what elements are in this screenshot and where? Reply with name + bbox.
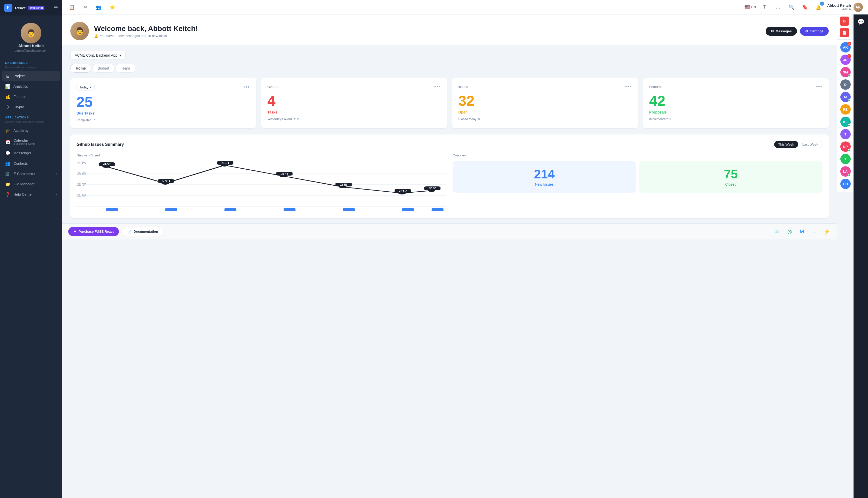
sidebar-item-label: Project (13, 74, 57, 78)
this-week-button[interactable]: This Week (774, 141, 798, 148)
applications-label: APPLICATIONS (0, 112, 62, 120)
tab-home[interactable]: Home (70, 64, 91, 73)
online-indicator (848, 174, 851, 176)
academy-icon: 🎓 (5, 128, 10, 133)
sidebar-user-section: 👨 Abbott Keitch admin@fusetheme.com (0, 15, 62, 58)
sidebar-item-label: Analytics (13, 84, 57, 89)
sidebar-item-messenger[interactable]: 💬 Messenger (0, 148, 62, 158)
sidebar-item-ecommerce[interactable]: 🛒 E-Commerce › (0, 169, 62, 179)
sidebar-item-helpcenter[interactable]: ❓ Help Center › (0, 189, 62, 200)
sidebar-item-label: Calendar (13, 138, 28, 143)
svg-text:45: 45 (77, 161, 86, 165)
brand-name: React (15, 6, 26, 10)
hamburger-icon[interactable]: ☰ (54, 5, 58, 11)
tab-budget[interactable]: Budget (92, 64, 115, 73)
sidebar-item-contacts[interactable]: 👥 Contacts (0, 158, 62, 169)
sidebar-item-label: Crypto (13, 105, 57, 109)
avatar-7[interactable]: KL (840, 117, 851, 127)
settings-icon[interactable]: ⚙ (840, 16, 849, 26)
welcome-avatar: 👨 (70, 22, 89, 40)
avatar-5[interactable]: M (840, 92, 851, 102)
svg-text:28: 28 (162, 180, 170, 183)
bookmark-icon[interactable]: 🔖 (800, 3, 810, 12)
font-size-icon[interactable]: T (760, 3, 769, 12)
bottom-tech-icons: ⚛ ◎ M ≈ ⚡ (773, 227, 831, 236)
avatar-1[interactable]: AK 2 (840, 42, 851, 52)
tab-team[interactable]: Team (116, 64, 135, 73)
settings-button[interactable]: ⚙ Settings (800, 27, 829, 36)
overview-cards: 214 New Issues 75 Closed (453, 161, 823, 193)
sidebar-item-filemanager[interactable]: 📁 File Manager (0, 179, 62, 189)
applications-sublabel: Custom made application designs (0, 120, 62, 126)
new-issues-label: New Issues (535, 182, 554, 186)
tabs-row: Home Budget Team (70, 64, 829, 73)
messages-button[interactable]: ✉ Messages (766, 27, 797, 36)
sidebar-item-academy[interactable]: 🎓 Academy (0, 126, 62, 136)
notification-badge: 1 (847, 54, 851, 58)
typescript-tag: TypeScript (28, 6, 44, 10)
sidebar-item-calendar[interactable]: 📅 Calendar 3 upcoming events (0, 136, 62, 148)
issues-label: Issues (458, 85, 468, 89)
sidebar-item-project[interactable]: ⊞ Project (2, 71, 60, 81)
user-menu[interactable]: Abbott Keitch Admin AK (827, 3, 863, 12)
avatar-11[interactable]: LA (840, 166, 851, 176)
purchase-button[interactable]: ⚛ Purchase FUSE React (68, 227, 119, 236)
avatar-2[interactable]: JD 1 (840, 55, 851, 65)
sidebar-item-finance[interactable]: 💰 Finance (0, 92, 62, 102)
nav-team-icon[interactable]: 👥 (94, 3, 103, 12)
chevron-right-icon: › (56, 193, 57, 196)
envelope-icon: ✉ (771, 29, 774, 33)
sidebar-item-crypto[interactable]: ₿ Crypto (0, 102, 62, 112)
calendar-icon: 📅 (5, 139, 10, 145)
avatar-3[interactable]: SM (840, 67, 851, 77)
card-menu-icon[interactable]: ••• (243, 84, 250, 90)
sidebar-item-analytics[interactable]: 📊 Analytics (0, 81, 62, 92)
svg-text:36: 36 (77, 172, 86, 175)
nav-mail-icon[interactable]: ✉ (81, 3, 90, 12)
project-selector[interactable]: ACME Corp. Backend App ▾ (70, 51, 125, 60)
search-icon[interactable]: 🔍 (787, 3, 796, 12)
avatar-9[interactable]: NP (840, 142, 851, 152)
mui-icon: M (798, 227, 806, 236)
sidebar-item-label: E-Commerce (13, 172, 53, 176)
features-footer: Implemented: 8 (649, 117, 823, 121)
card-menu-icon[interactable]: ••• (625, 84, 632, 90)
right-sidebar-avatars: AK 2 JD 1 SM D M (837, 40, 854, 192)
svg-rect-36 (432, 208, 443, 211)
ecommerce-icon: 🛒 (5, 171, 10, 176)
svg-rect-35 (402, 208, 414, 211)
chat-icon[interactable]: 💬 (857, 18, 864, 25)
sidebar-item-label: Help Center (13, 192, 53, 197)
online-indicator (848, 75, 851, 77)
topnav-user-role: Admin (827, 8, 851, 11)
avatar-12[interactable]: GH (840, 179, 851, 189)
fullscreen-icon[interactable]: ⛶ (773, 3, 783, 12)
gear-icon: ⚙ (805, 29, 808, 33)
right-panel: ⚙ 📄 AK 2 JD 1 SM (837, 14, 854, 498)
docs-button[interactable]: 📄 Documentation (122, 227, 164, 236)
overdue-sublabel: Tasks (268, 110, 441, 114)
card-menu-icon[interactable]: ••• (434, 84, 441, 90)
card-menu-icon[interactable]: ••• (816, 84, 823, 90)
openai-icon: ◎ (785, 227, 793, 236)
svg-text:27: 27 (77, 183, 86, 186)
file-icon[interactable]: 📄 (840, 28, 849, 37)
avatar-8[interactable]: T (840, 129, 851, 139)
svg-rect-31 (165, 208, 177, 211)
notification-count: 1 (820, 2, 824, 6)
last-week-button[interactable]: Last Week (798, 141, 822, 148)
today-selector[interactable]: Today ▾ (77, 84, 95, 91)
online-indicator (848, 149, 851, 152)
svg-rect-30 (106, 208, 118, 211)
language-selector[interactable]: 🇺🇸 EN (745, 4, 756, 10)
nav-clipboard-icon[interactable]: 📋 (67, 3, 77, 12)
avatar-10[interactable]: T (840, 154, 851, 164)
svg-text:43: 43 (221, 161, 229, 165)
nav-star-icon[interactable]: ⭐ (108, 3, 117, 12)
crypto-icon: ₿ (5, 104, 10, 110)
avatar-4[interactable]: D (840, 79, 851, 90)
avatar-6[interactable]: RB (840, 104, 851, 115)
notifications-bell[interactable]: 🔔 1 (814, 3, 823, 12)
sidebar-user-email: admin@fusetheme.com (15, 49, 48, 52)
topnav-avatar: AK (854, 3, 863, 12)
